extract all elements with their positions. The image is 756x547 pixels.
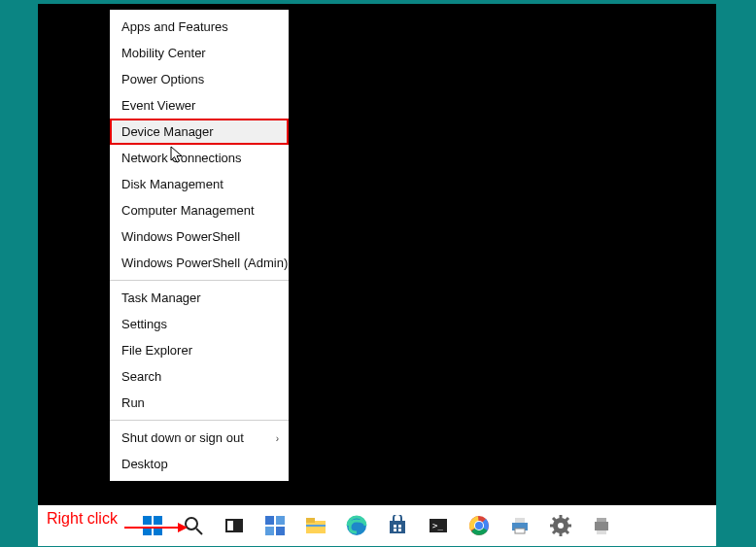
menu-item-label: Shut down or sign out <box>121 430 244 445</box>
menu-item-mobility-center[interactable]: Mobility Center <box>110 40 289 66</box>
svg-rect-16 <box>306 525 326 527</box>
menu-item-label: Power Options <box>121 72 204 86</box>
search-icon[interactable] <box>181 513 206 538</box>
menu-item-event-viewer[interactable]: Event Viewer <box>110 92 289 119</box>
menu-item-label: Windows PowerShell (Admin) <box>121 256 288 270</box>
device-icon[interactable] <box>589 513 614 538</box>
svg-rect-22 <box>398 529 401 531</box>
svg-rect-5 <box>154 527 162 535</box>
menu-item-label: Search <box>121 369 161 384</box>
svg-line-40 <box>553 530 556 533</box>
menu-item-label: Desktop <box>121 457 168 471</box>
svg-line-7 <box>196 529 202 534</box>
svg-text:>_: >_ <box>432 521 443 530</box>
menu-item-label: File Explorer <box>121 343 192 358</box>
menu-item-power-options[interactable]: Power Options <box>110 66 289 92</box>
svg-point-6 <box>186 518 197 530</box>
svg-rect-31 <box>515 529 525 533</box>
menu-item-windows-powershell[interactable]: Windows PowerShell <box>110 223 289 250</box>
store-icon[interactable] <box>385 513 410 538</box>
menu-item-settings[interactable]: Settings <box>110 311 289 337</box>
file-explorer-icon[interactable] <box>303 513 328 538</box>
svg-rect-11 <box>276 516 285 525</box>
svg-rect-3 <box>154 516 162 525</box>
start-button[interactable] <box>140 513 165 538</box>
chevron-right-icon: › <box>276 432 279 443</box>
start-context-menu: Apps and FeaturesMobility CenterPower Op… <box>110 10 289 481</box>
svg-rect-18 <box>390 521 405 533</box>
svg-line-38 <box>553 518 556 521</box>
menu-item-run[interactable]: Run <box>110 390 289 416</box>
svg-rect-20 <box>398 525 401 528</box>
menu-item-label: Task Manager <box>121 291 201 305</box>
context-menu-list: Apps and FeaturesMobility CenterPower Op… <box>110 10 289 481</box>
edge-icon[interactable] <box>344 513 369 538</box>
menu-separator <box>110 420 289 421</box>
menu-item-label: Device Manager <box>121 124 214 139</box>
svg-rect-19 <box>394 525 396 528</box>
svg-rect-4 <box>143 527 152 535</box>
svg-point-33 <box>558 523 564 529</box>
svg-line-41 <box>566 518 568 521</box>
svg-point-28 <box>475 522 483 530</box>
menu-item-task-manager[interactable]: Task Manager <box>110 285 289 311</box>
menu-item-label: Disk Management <box>121 177 223 191</box>
menu-item-label: Settings <box>121 317 167 331</box>
menu-item-file-explorer[interactable]: File Explorer <box>110 337 289 363</box>
menu-item-windows-powershell-admin[interactable]: Windows PowerShell (Admin) <box>110 250 289 276</box>
chrome-icon[interactable] <box>466 513 492 538</box>
menu-item-network-connections[interactable]: Network Connections <box>110 145 289 171</box>
svg-rect-13 <box>276 527 285 535</box>
svg-rect-43 <box>597 518 606 522</box>
menu-item-computer-management[interactable]: Computer Management <box>110 197 289 223</box>
printer-icon[interactable] <box>507 513 533 538</box>
settings-icon[interactable] <box>548 513 573 538</box>
menu-item-disk-management[interactable]: Disk Management <box>110 171 289 197</box>
menu-item-desktop[interactable]: Desktop <box>110 451 289 477</box>
taskbar: >_ <box>38 505 716 546</box>
widgets-icon[interactable] <box>262 513 288 538</box>
svg-rect-44 <box>597 530 606 534</box>
svg-rect-42 <box>595 522 608 530</box>
annotation-label: Right click <box>47 510 118 528</box>
svg-line-39 <box>566 530 568 533</box>
menu-item-apps-features[interactable]: Apps and Features <box>110 14 289 40</box>
menu-item-label: Windows PowerShell <box>121 229 240 244</box>
menu-item-label: Mobility Center <box>121 46 206 60</box>
svg-rect-9 <box>227 521 233 530</box>
svg-rect-30 <box>515 518 525 523</box>
menu-item-device-manager[interactable]: Device Manager <box>110 119 289 145</box>
menu-item-label: Run <box>121 395 145 410</box>
menu-item-label: Network Connections <box>121 151 242 165</box>
menu-item-label: Computer Management <box>121 203 255 218</box>
svg-rect-10 <box>265 516 274 525</box>
menu-item-search[interactable]: Search <box>110 363 289 390</box>
svg-rect-21 <box>394 529 396 531</box>
menu-item-shutdown-signout[interactable]: Shut down or sign out› <box>110 425 289 451</box>
menu-item-label: Event Viewer <box>121 98 195 113</box>
svg-rect-15 <box>306 518 315 523</box>
svg-rect-2 <box>143 516 152 525</box>
task-view-icon[interactable] <box>222 513 247 538</box>
svg-rect-12 <box>265 527 274 535</box>
menu-separator <box>110 280 289 281</box>
menu-item-label: Apps and Features <box>121 19 228 34</box>
terminal-icon[interactable]: >_ <box>426 513 451 538</box>
